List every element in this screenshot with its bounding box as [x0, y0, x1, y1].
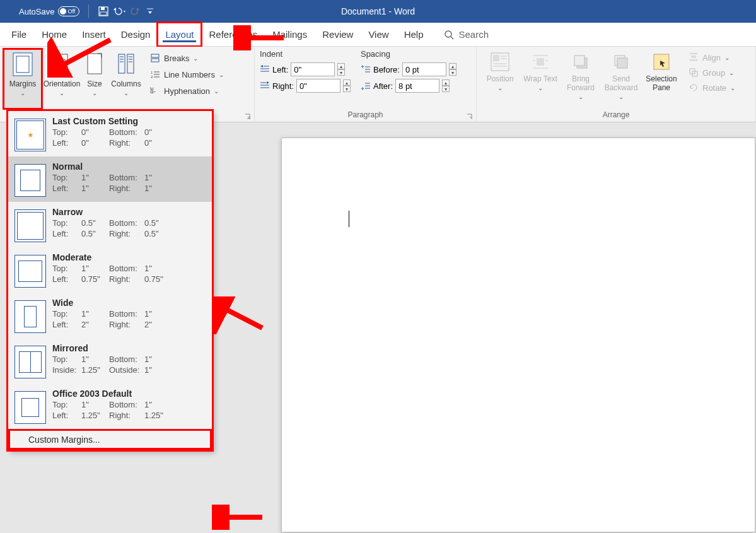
preset-val: 1"	[144, 309, 170, 319]
preset-val: 1"	[144, 173, 170, 182]
space-after-label: After:	[373, 81, 393, 91]
space-before-spinner[interactable]: ▴▾	[449, 63, 457, 76]
margin-preset-normal[interactable]: NormalTop:1"Bottom:1"Left:1"Right:1"	[8, 156, 212, 202]
space-after-input[interactable]	[395, 79, 439, 93]
indent-left-input[interactable]	[291, 62, 335, 76]
svg-text:2: 2	[151, 75, 153, 79]
margin-preset-last-custom-setting[interactable]: ★Last Custom SettingTop:0"Bottom:0"Left:…	[8, 111, 212, 156]
preset-val: 0.75"	[144, 274, 170, 284]
svg-rect-19	[151, 54, 159, 57]
preset-val: 0.5"	[144, 218, 170, 228]
autosave-label: AutoSave	[19, 7, 54, 16]
indent-right-spinner[interactable]: ▴▾	[343, 79, 351, 92]
text-cursor	[349, 211, 349, 227]
tab-references[interactable]: References	[201, 23, 265, 46]
svg-rect-58	[690, 59, 697, 61]
preset-val: 0"	[144, 127, 170, 137]
selection-pane-button[interactable]: Selection Pane	[642, 49, 681, 108]
hyphenation-icon: a-bc	[150, 86, 160, 96]
preset-name: Moderate	[52, 252, 207, 262]
preset-key: Left:	[52, 138, 81, 148]
space-after-spinner[interactable]: ▴▾	[442, 79, 450, 92]
svg-rect-20	[151, 59, 159, 62]
svg-text:1: 1	[151, 71, 153, 74]
tab-home[interactable]: Home	[34, 23, 74, 46]
selection-pane-icon	[651, 52, 672, 72]
preset-val: 1"	[144, 365, 170, 375]
margin-preset-icon	[15, 300, 46, 333]
indent-right-input[interactable]	[296, 79, 340, 93]
margin-preset-wide[interactable]: WideTop:1"Bottom:1"Left:2"Right:2"	[8, 293, 212, 338]
page-setup-launcher[interactable]	[244, 113, 252, 120]
window-title: Document1 - Word	[341, 0, 415, 23]
space-before-input[interactable]	[402, 62, 446, 76]
preset-key: Right:	[109, 184, 144, 193]
paragraph-launcher[interactable]	[466, 113, 474, 120]
rotate-icon	[689, 83, 699, 93]
preset-key: Right:	[109, 411, 144, 420]
orientation-button[interactable]: Orientation⌄	[43, 49, 81, 108]
preset-name: Narrow	[52, 207, 207, 217]
preset-key: Top:	[52, 354, 81, 364]
margin-preset-office-2003-default[interactable]: Office 2003 DefaultTop:1"Bottom:1"Left:1…	[8, 384, 212, 429]
preset-val: 1"	[81, 400, 109, 409]
preset-val: 0"	[144, 138, 170, 148]
indent-left-icon	[260, 65, 270, 74]
search-icon	[444, 30, 454, 40]
indent-right-icon	[260, 81, 270, 90]
size-button[interactable]: Size⌄	[82, 49, 107, 108]
preset-key: Left:	[52, 229, 81, 238]
preset-key: Right:	[109, 229, 144, 238]
preset-val: 0.75"	[81, 274, 109, 284]
line-numbers-button[interactable]: 12 Line Numbers⌄	[148, 67, 226, 82]
tab-file[interactable]: File	[4, 23, 34, 46]
search-button[interactable]: Search	[444, 29, 489, 40]
tab-layout[interactable]: Layout	[158, 23, 201, 46]
document-page[interactable]	[281, 138, 755, 532]
autosave-state: Off	[67, 8, 75, 15]
margin-preset-moderate[interactable]: ModerateTop:1"Bottom:1"Left:0.75"Right:0…	[8, 247, 212, 293]
undo-dropdown[interactable]	[112, 6, 128, 17]
preset-val: 1"	[81, 309, 109, 319]
redo-icon[interactable]	[131, 6, 142, 17]
svg-rect-54	[617, 58, 627, 68]
margins-gallery: ★Last Custom SettingTop:0"Bottom:0"Left:…	[8, 110, 212, 450]
margin-preset-icon: ★	[15, 119, 46, 151]
search-label: Search	[459, 29, 489, 40]
preset-key: Bottom:	[109, 400, 144, 409]
tab-insert[interactable]: Insert	[74, 23, 113, 46]
autosave-toggle[interactable]: AutoSave Off	[19, 6, 79, 16]
svg-rect-10	[88, 54, 102, 74]
indent-left-spinner[interactable]: ▴▾	[337, 63, 345, 76]
qat-customize-icon[interactable]	[144, 6, 156, 17]
custom-margins-button[interactable]: Custom Margins...	[8, 429, 212, 450]
hyphenation-button[interactable]: a-bc Hyphenation⌄	[148, 83, 226, 98]
preset-val: 1"	[81, 264, 109, 273]
indent-left-label: Left:	[272, 65, 288, 74]
tab-review[interactable]: Review	[315, 23, 361, 46]
breaks-button[interactable]: Breaks⌄	[148, 50, 226, 66]
preset-key: Left:	[52, 320, 81, 329]
margin-preset-mirrored[interactable]: MirroredTop:1"Bottom:1"Inside:1.25"Outsi…	[8, 338, 212, 384]
svg-rect-9	[54, 59, 65, 76]
tab-help[interactable]: Help	[397, 23, 431, 46]
columns-button[interactable]: Columns⌄	[108, 49, 144, 108]
preset-key: Right:	[109, 138, 144, 148]
preset-key: Bottom:	[109, 173, 144, 182]
tab-design[interactable]: Design	[113, 23, 158, 46]
tab-mailings[interactable]: Mailings	[265, 23, 315, 46]
margins-button[interactable]: Margins⌄	[4, 49, 42, 108]
margin-preset-narrow[interactable]: NarrowTop:0.5"Bottom:0.5"Left:0.5"Right:…	[8, 202, 212, 247]
preset-val: 0"	[81, 138, 109, 148]
preset-key: Left:	[52, 274, 81, 284]
preset-val: 1"	[144, 264, 170, 273]
svg-line-5	[451, 37, 453, 39]
position-button: Position⌄	[480, 49, 520, 108]
preset-name: Mirrored	[52, 343, 207, 353]
save-icon[interactable]	[98, 6, 109, 17]
tab-view[interactable]: View	[361, 23, 396, 46]
margin-preset-icon	[15, 346, 46, 378]
preset-name: Last Custom Setting	[52, 116, 207, 126]
preset-key: Left:	[52, 184, 81, 193]
preset-val: 1.25"	[81, 365, 109, 375]
